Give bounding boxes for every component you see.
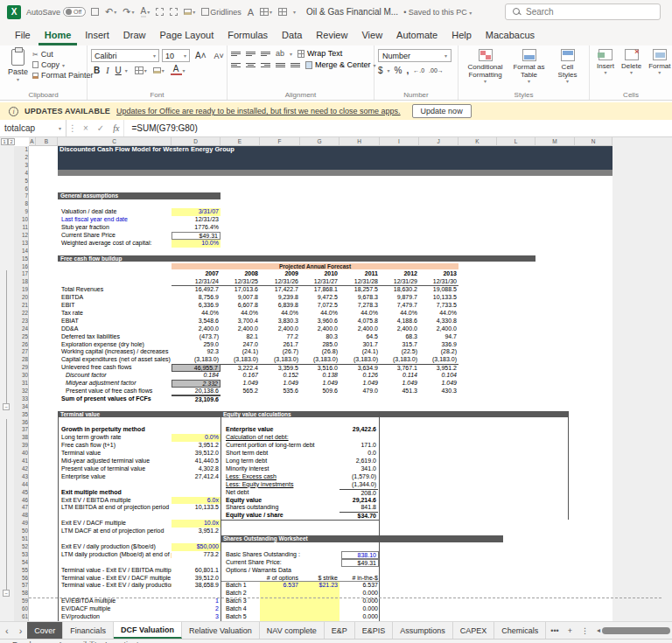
cell-G21[interactable]: 7,072.5	[300, 302, 340, 310]
cell-I32[interactable]: 451.3	[380, 388, 419, 395]
row-header-11[interactable]: 11	[14, 224, 28, 232]
next-sheet-button[interactable]: ›	[14, 622, 28, 639]
cell-H27[interactable]: (24.1)	[340, 348, 380, 356]
row-header-24[interactable]: 24	[14, 325, 28, 333]
cell-J24[interactable]: 2,400.0	[419, 325, 458, 333]
row-header-45[interactable]: 45	[14, 489, 28, 497]
border-box2-button[interactable]	[170, 8, 178, 16]
menu-tab-macabacus[interactable]: Macabacus	[480, 26, 541, 45]
cell-F30[interactable]: 0.152	[260, 372, 300, 380]
cell-H28[interactable]: (3,183.0)	[340, 356, 380, 364]
worksheet-grid[interactable]: 12ABCDEFGHIJKLMN123456789101112131415161…	[0, 137, 672, 621]
row-header-7[interactable]: 7	[14, 192, 28, 200]
cell-J17[interactable]: 2013	[419, 270, 458, 278]
cell-G31[interactable]: 1.049	[300, 380, 340, 388]
cell-C20[interactable]: EBITDA	[60, 294, 172, 302]
row-header-22[interactable]: 22	[14, 310, 28, 318]
cell-F28[interactable]: (3,183.0)	[260, 356, 300, 364]
cell-H22[interactable]: 44.0%	[340, 310, 380, 318]
row-header-51[interactable]: 51	[14, 535, 28, 543]
cell-G59[interactable]	[300, 598, 340, 605]
cell-J31[interactable]: 1.049	[419, 380, 458, 388]
row-header-34[interactable]: 34	[14, 403, 28, 411]
row-header-19[interactable]: 19	[14, 286, 28, 294]
cell-J28[interactable]: (3,183.0)	[419, 356, 458, 364]
cell-E38[interactable]: Calculation of net debt:	[224, 434, 336, 442]
grow-font-button[interactable]: A˄	[192, 51, 209, 60]
cell-D39[interactable]: 3,951.2	[172, 442, 220, 450]
excel-app-icon[interactable]: X	[7, 5, 21, 19]
percent-style-button[interactable]: %	[395, 66, 402, 75]
cell-C56[interactable]: Terminal value - Exit EV / DACF multiple	[60, 575, 172, 583]
delete-cells-button[interactable]: Delete▾	[618, 48, 645, 77]
copy-button[interactable]: Copy▾	[32, 60, 94, 69]
sheet-tab-dcf-valuation[interactable]: DCF Valuation	[114, 622, 182, 639]
row-header-41[interactable]: 41	[14, 458, 28, 465]
conditional-formatting-button[interactable]: Conditional Formatting▾	[463, 48, 508, 86]
row-header-18[interactable]: 18	[14, 278, 28, 286]
merge-center-button[interactable]: Merge & Center▾	[305, 60, 376, 69]
row-header-14[interactable]: 14	[14, 248, 28, 255]
formula-input[interactable]: =SUM(G79:G80)	[124, 120, 204, 136]
name-box[interactable]: totalcap▾	[0, 120, 66, 136]
align-right-icon[interactable]	[261, 62, 270, 68]
row-header-2[interactable]: 2	[14, 154, 28, 162]
cell-H32[interactable]: 479.0	[340, 388, 380, 395]
format-cells-button[interactable]: Format▾	[645, 48, 672, 77]
col-header-I[interactable]: I	[380, 137, 419, 146]
row-header-43[interactable]: 43	[14, 473, 28, 481]
menu-tab-view[interactable]: View	[355, 26, 388, 45]
font-color-button[interactable]: A	[171, 65, 182, 75]
row-header-29[interactable]: 29	[14, 364, 28, 372]
row-header-30[interactable]: 30	[14, 372, 28, 380]
cell-C57[interactable]: Terminal value - Exit EV / daily product…	[60, 582, 172, 590]
cell-H59[interactable]: 0.000	[340, 598, 380, 605]
col-header-A[interactable]: A	[29, 137, 36, 146]
cell-E31[interactable]: 1.049	[220, 380, 260, 388]
cell-D61[interactable]: 3	[172, 613, 220, 621]
cell-F29[interactable]: 3,359.5	[260, 364, 300, 372]
cell-C39[interactable]: Free cash flow (t+1)	[60, 442, 172, 450]
cell-G19[interactable]: 17,868.1	[300, 286, 340, 294]
cell-I28[interactable]: (3,183.0)	[380, 356, 419, 364]
cell-D9[interactable]: 3/31/07	[172, 208, 220, 216]
cell-G61[interactable]	[300, 613, 340, 621]
cell-H60[interactable]: 0.000	[340, 605, 380, 613]
cell-D10[interactable]: 12/31/23	[172, 216, 220, 224]
cell-C31[interactable]: Midyear adjustment factor	[64, 380, 176, 388]
cell-D55[interactable]: 60,801.1	[172, 567, 220, 575]
cell-E60[interactable]: Batch 4	[224, 605, 259, 613]
cell-E17[interactable]: 2008	[220, 270, 260, 278]
col-header-C[interactable]: C	[58, 137, 172, 146]
row-header-53[interactable]: 53	[14, 551, 28, 559]
cell-H20[interactable]: 9,678.3	[340, 294, 380, 302]
cell-C33[interactable]: Sum of present values of FCFs	[60, 395, 172, 403]
cell-G25[interactable]: 80.3	[300, 333, 340, 341]
cell-J20[interactable]: 10,133.5	[419, 294, 458, 302]
menu-tab-review[interactable]: Review	[310, 26, 354, 45]
format-painter-button[interactable]: Format Painter	[32, 71, 94, 80]
cell-J21[interactable]: 7,733.5	[419, 302, 458, 310]
row-header-9[interactable]: 9	[14, 208, 28, 216]
font-name-select[interactable]: Calibri▾	[91, 49, 159, 62]
cell-C24[interactable]: DD&A	[60, 325, 172, 333]
cell-F23[interactable]: 3,830.3	[260, 318, 300, 325]
cell-H30[interactable]: 0.126	[340, 372, 380, 380]
cell-F21[interactable]: 6,839.8	[260, 302, 300, 310]
cell-E58[interactable]: Batch 2	[224, 590, 259, 598]
row-header-52[interactable]: 52	[14, 543, 28, 551]
search-input[interactable]: Search	[505, 3, 661, 20]
cell-D43[interactable]: 27,412.4	[172, 473, 220, 481]
cell-E20[interactable]: 9,007.8	[220, 294, 260, 302]
cell-E53[interactable]: Basic Shares Outstanding :	[224, 551, 333, 559]
cell-I25[interactable]: 68.3	[380, 333, 419, 341]
cell-E39[interactable]: Current portion of long-term debt	[224, 442, 336, 450]
cell-F22[interactable]: 44.0%	[260, 310, 300, 318]
row-header-16[interactable]: 16	[14, 263, 28, 271]
row-header-25[interactable]: 25	[14, 333, 28, 341]
redo-button[interactable]: ↷▾	[122, 6, 134, 17]
sheet-tab-e-p[interactable]: E&P	[325, 622, 355, 639]
cell-I21[interactable]: 7,479.7	[380, 302, 419, 310]
collapse-group-button[interactable]: −	[3, 403, 10, 410]
cell-C38[interactable]: Long term growth rate	[60, 434, 172, 442]
